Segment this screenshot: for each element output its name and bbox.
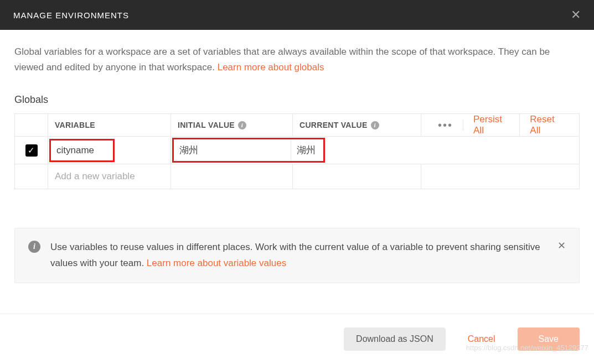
save-button[interactable]: Save — [518, 327, 580, 351]
table-row-empty: Add a new variable — [15, 164, 579, 189]
current-value-input[interactable]: 湖州 — [291, 139, 323, 161]
more-actions-icon[interactable]: ••• — [428, 119, 463, 131]
header-actions: ••• Persist All Reset All — [421, 114, 579, 136]
variable-cell[interactable]: cityname — [48, 137, 171, 164]
section-title-globals: Globals — [14, 94, 580, 106]
add-variable-input[interactable]: Add a new variable — [48, 164, 171, 189]
variable-name-input[interactable]: cityname — [49, 139, 115, 162]
table-header-row: VARIABLE INITIAL VALUE i CURRENT VALUE i… — [15, 114, 579, 137]
banner-text: Use variables to reuse values in differe… — [50, 240, 547, 272]
checkbox-cell: ✓ — [15, 137, 48, 164]
empty-actions — [421, 164, 579, 189]
checkbox-cell-empty — [15, 164, 48, 189]
info-icon[interactable]: i — [371, 121, 379, 129]
modal-footer: Download as JSON Cancel Save — [0, 314, 594, 364]
info-icon: i — [28, 241, 40, 253]
reset-all-button[interactable]: Reset All — [519, 114, 572, 136]
info-icon[interactable]: i — [238, 121, 246, 129]
cancel-button[interactable]: Cancel — [456, 327, 508, 351]
close-icon[interactable]: ✕ — [571, 8, 581, 22]
initial-value-header: INITIAL VALUE i — [171, 114, 293, 136]
row-checkbox[interactable]: ✓ — [25, 144, 38, 157]
banner-description: Use variables to reuse values in differe… — [50, 242, 540, 268]
initial-value-empty[interactable] — [171, 164, 293, 189]
row-extra-space — [325, 137, 579, 164]
modal-title: MANAGE ENVIRONMENTS — [13, 11, 129, 20]
close-icon[interactable]: ✕ — [557, 240, 566, 252]
current-value-label: CURRENT VALUE — [299, 121, 368, 129]
current-value-header: CURRENT VALUE i — [293, 114, 421, 136]
current-value-empty[interactable] — [293, 164, 421, 189]
checkbox-header — [15, 114, 48, 136]
learn-more-globals-link[interactable]: Learn more about globals — [218, 62, 324, 72]
intro-text: Global variables for a workspace are a s… — [14, 44, 580, 75]
globals-table: VARIABLE INITIAL VALUE i CURRENT VALUE i… — [14, 113, 580, 189]
table-row: ✓ cityname 湖州 湖州 — [15, 137, 579, 164]
persist-all-button[interactable]: Persist All — [463, 114, 519, 136]
download-json-button[interactable]: Download as JSON — [344, 327, 446, 351]
learn-more-variables-link[interactable]: Learn more about variable values — [147, 258, 286, 268]
info-banner: i Use variables to reuse values in diffe… — [14, 228, 580, 283]
variable-header: VARIABLE — [48, 114, 171, 136]
modal-header: MANAGE ENVIRONMENTS ✕ — [0, 0, 594, 30]
initial-value-label: INITIAL VALUE — [178, 121, 235, 129]
initial-value-input[interactable]: 湖州 — [174, 139, 291, 161]
modal-content: Global variables for a workspace are a s… — [0, 30, 594, 283]
